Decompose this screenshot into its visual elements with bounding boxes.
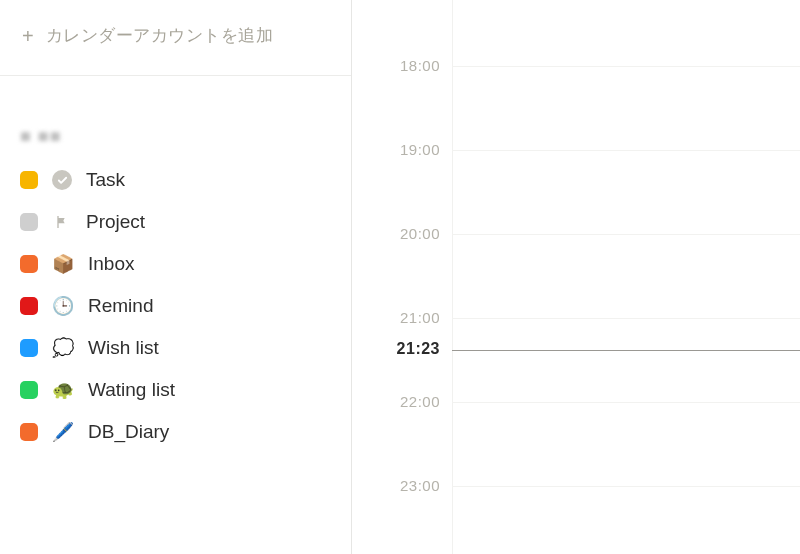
add-calendar-account-button[interactable]: + カレンダーアカウントを追加 <box>0 0 351 75</box>
calendar-label: Wating list <box>88 379 175 401</box>
timeline-grid[interactable] <box>452 0 800 554</box>
color-swatch <box>20 171 38 189</box>
account-title: ■ ■■ <box>0 114 351 159</box>
add-account-label: カレンダーアカウントを追加 <box>46 24 274 47</box>
calendar-item[interactable]: 📦Inbox <box>0 243 351 285</box>
check-circle-icon <box>52 170 72 190</box>
calendar-emoji-icon: 🖊️ <box>52 421 74 443</box>
color-swatch <box>20 339 38 357</box>
calendar-item[interactable]: 🕒Remind <box>0 285 351 327</box>
calendar-emoji-icon: 🕒 <box>52 295 74 317</box>
calendar-label: Project <box>86 211 145 233</box>
plus-icon: + <box>22 26 34 46</box>
calendar-emoji-icon: 📦 <box>52 253 74 275</box>
time-label-column <box>352 0 452 554</box>
color-swatch <box>20 381 38 399</box>
hour-gridline <box>452 318 800 319</box>
current-time-label: 21:23 <box>352 340 440 358</box>
hour-gridline <box>452 402 800 403</box>
timeline[interactable]: 18:0019:0020:0021:0022:0023:0021:23 <box>352 0 800 554</box>
calendar-item[interactable]: 🐢Wating list <box>0 369 351 411</box>
calendar-item[interactable]: Task <box>0 159 351 201</box>
calendar-list: TaskProject📦Inbox🕒Remind💭Wish list🐢Watin… <box>0 159 351 453</box>
color-swatch <box>20 255 38 273</box>
calendar-label: DB_Diary <box>88 421 169 443</box>
flag-icon <box>52 212 72 232</box>
hour-label: 20:00 <box>352 225 440 242</box>
hour-gridline <box>452 150 800 151</box>
color-swatch <box>20 297 38 315</box>
calendar-label: Task <box>86 169 125 191</box>
sidebar: + カレンダーアカウントを追加 ■ ■■ TaskProject📦Inbox🕒R… <box>0 0 352 554</box>
hour-label: 22:00 <box>352 393 440 410</box>
calendar-item[interactable]: 💭Wish list <box>0 327 351 369</box>
calendar-item[interactable]: 🖊️DB_Diary <box>0 411 351 453</box>
color-swatch <box>20 213 38 231</box>
calendar-label: Remind <box>88 295 153 317</box>
hour-label: 18:00 <box>352 57 440 74</box>
hour-gridline <box>452 486 800 487</box>
current-time-line <box>452 350 800 351</box>
calendar-label: Wish list <box>88 337 159 359</box>
hour-label: 21:00 <box>352 309 440 326</box>
calendar-item[interactable]: Project <box>0 201 351 243</box>
hour-label: 23:00 <box>352 477 440 494</box>
hour-gridline <box>452 234 800 235</box>
calendar-emoji-icon: 🐢 <box>52 379 74 401</box>
calendar-label: Inbox <box>88 253 134 275</box>
calendar-emoji-icon: 💭 <box>52 337 74 359</box>
hour-gridline <box>452 66 800 67</box>
account-block: ■ ■■ TaskProject📦Inbox🕒Remind💭Wish list🐢… <box>0 76 351 453</box>
color-swatch <box>20 423 38 441</box>
hour-label: 19:00 <box>352 141 440 158</box>
